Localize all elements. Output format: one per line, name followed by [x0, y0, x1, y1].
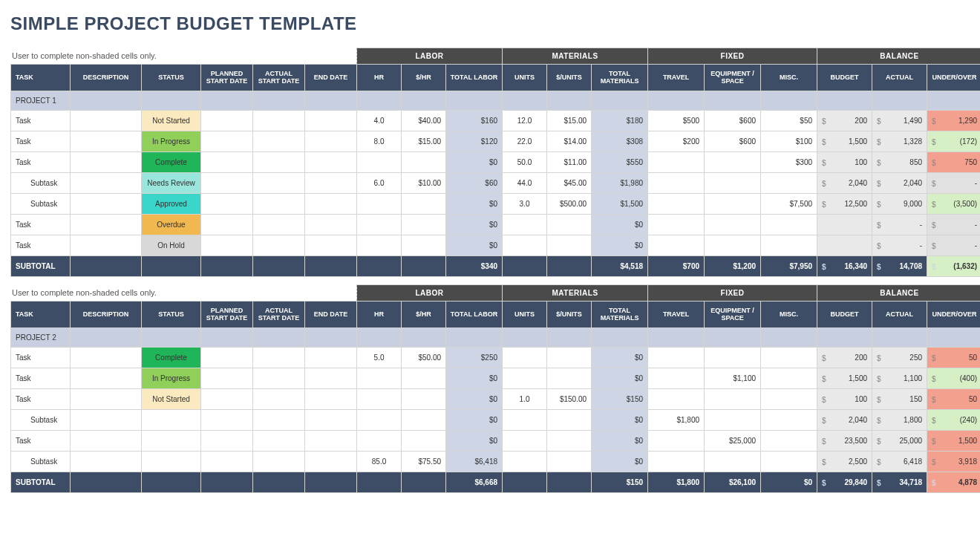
cell-travel[interactable] — [648, 452, 705, 472]
cell-actual-start[interactable] — [253, 348, 305, 368]
cell-hr[interactable]: 85.0 — [357, 452, 402, 472]
cell-per-unit[interactable]: $500.00 — [547, 194, 592, 215]
project-cell[interactable] — [446, 91, 503, 111]
cell-actual-start[interactable] — [253, 215, 305, 235]
cell-misc[interactable]: $300 — [761, 152, 817, 173]
cell-planned-start[interactable] — [201, 111, 253, 131]
cell-misc[interactable] — [761, 348, 817, 368]
cell-travel[interactable] — [648, 368, 705, 389]
cell-equip[interactable] — [705, 173, 761, 194]
cell-per-unit[interactable] — [547, 215, 592, 235]
project-cell[interactable] — [201, 328, 253, 348]
project-cell[interactable] — [503, 91, 547, 111]
cell-task[interactable]: Task — [11, 131, 71, 152]
cell-per-unit[interactable]: $14.00 — [547, 131, 592, 152]
cell-misc[interactable] — [761, 173, 817, 194]
cell-hr[interactable] — [357, 235, 402, 256]
cell-per-unit[interactable]: $150.00 — [547, 389, 592, 410]
cell-per-hr[interactable]: $10.00 — [402, 173, 446, 194]
project-cell[interactable] — [305, 91, 357, 111]
cell-status[interactable] — [142, 410, 201, 431]
cell-planned-start[interactable] — [201, 173, 253, 194]
cell-per-unit[interactable] — [547, 235, 592, 256]
cell-task[interactable]: Task — [11, 368, 71, 389]
cell-per-hr[interactable] — [402, 389, 446, 410]
project-cell[interactable] — [592, 91, 648, 111]
cell-units[interactable]: 12.0 — [503, 111, 547, 131]
cell-per-unit[interactable]: $45.00 — [547, 173, 592, 194]
cell-status[interactable]: Not Started — [142, 111, 201, 131]
cell-description[interactable] — [71, 431, 142, 452]
cell-travel[interactable]: $1,800 — [648, 410, 705, 431]
cell-per-unit[interactable]: $15.00 — [547, 111, 592, 131]
cell-misc[interactable] — [761, 389, 817, 410]
cell-per-unit[interactable] — [547, 431, 592, 452]
cell-equip[interactable]: $1,100 — [705, 368, 761, 389]
cell-description[interactable] — [71, 173, 142, 194]
cell-units[interactable]: 22.0 — [503, 131, 547, 152]
cell-equip[interactable] — [705, 389, 761, 410]
cell-description[interactable] — [71, 194, 142, 215]
cell-planned-start[interactable] — [201, 431, 253, 452]
cell-end-date[interactable] — [305, 348, 357, 368]
project-cell[interactable] — [503, 328, 547, 348]
cell-equip[interactable] — [705, 348, 761, 368]
cell-task[interactable]: Task — [11, 389, 71, 410]
cell-units[interactable] — [503, 368, 547, 389]
cell-per-unit[interactable]: $11.00 — [547, 152, 592, 173]
cell-task[interactable]: Subtask — [11, 452, 71, 472]
cell-hr[interactable] — [357, 215, 402, 235]
cell-hr[interactable] — [357, 194, 402, 215]
cell-per-unit[interactable] — [547, 410, 592, 431]
cell-hr[interactable] — [357, 410, 402, 431]
cell-misc[interactable] — [761, 410, 817, 431]
cell-units[interactable] — [503, 452, 547, 472]
cell-per-hr[interactable]: $15.00 — [402, 131, 446, 152]
cell-equip[interactable] — [705, 152, 761, 173]
cell-travel[interactable]: $200 — [648, 131, 705, 152]
cell-hr[interactable]: 5.0 — [357, 348, 402, 368]
cell-per-unit[interactable] — [547, 348, 592, 368]
cell-per-hr[interactable] — [402, 431, 446, 452]
cell-misc[interactable] — [761, 215, 817, 235]
project-cell[interactable] — [872, 91, 927, 111]
project-cell[interactable] — [253, 91, 305, 111]
cell-travel[interactable] — [648, 235, 705, 256]
cell-end-date[interactable] — [305, 152, 357, 173]
cell-misc[interactable]: $7,500 — [761, 194, 817, 215]
cell-task[interactable]: Subtask — [11, 194, 71, 215]
cell-actual-start[interactable] — [253, 452, 305, 472]
cell-task[interactable]: Task — [11, 348, 71, 368]
cell-per-hr[interactable] — [402, 235, 446, 256]
cell-per-hr[interactable]: $40.00 — [402, 111, 446, 131]
cell-per-hr[interactable] — [402, 215, 446, 235]
project-cell[interactable] — [253, 328, 305, 348]
project-cell[interactable] — [761, 328, 817, 348]
cell-task[interactable]: Subtask — [11, 410, 71, 431]
cell-misc[interactable] — [761, 368, 817, 389]
cell-hr[interactable]: 4.0 — [357, 111, 402, 131]
cell-misc[interactable] — [761, 235, 817, 256]
cell-description[interactable] — [71, 152, 142, 173]
project-cell[interactable] — [648, 328, 705, 348]
cell-task[interactable]: Subtask — [11, 173, 71, 194]
cell-planned-start[interactable] — [201, 348, 253, 368]
cell-units[interactable]: 3.0 — [503, 194, 547, 215]
cell-end-date[interactable] — [305, 368, 357, 389]
cell-units[interactable] — [503, 235, 547, 256]
cell-units[interactable] — [503, 215, 547, 235]
cell-units[interactable] — [503, 431, 547, 452]
cell-status[interactable]: Needs Review — [142, 173, 201, 194]
project-cell[interactable] — [547, 328, 592, 348]
project-cell[interactable] — [446, 328, 503, 348]
cell-planned-start[interactable] — [201, 410, 253, 431]
cell-actual-start[interactable] — [253, 194, 305, 215]
cell-status[interactable]: Complete — [142, 152, 201, 173]
cell-equip[interactable]: $600 — [705, 131, 761, 152]
project-cell[interactable] — [402, 91, 446, 111]
cell-description[interactable] — [71, 410, 142, 431]
cell-planned-start[interactable] — [201, 152, 253, 173]
project-name-cell[interactable]: PROJECT 1 — [11, 91, 71, 111]
cell-per-unit[interactable] — [547, 452, 592, 472]
project-cell[interactable] — [705, 91, 761, 111]
